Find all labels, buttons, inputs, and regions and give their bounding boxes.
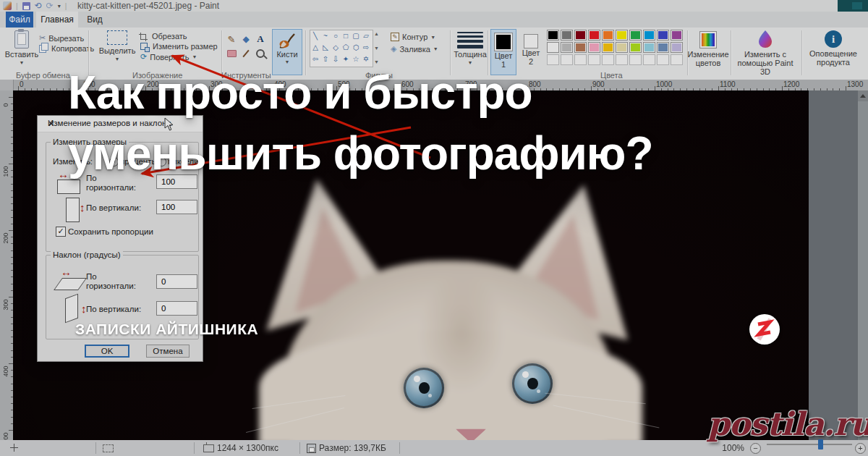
copy-icon — [39, 45, 46, 53]
divider — [801, 30, 803, 75]
brush-icon — [278, 32, 297, 49]
tab-home[interactable]: Главная — [36, 12, 78, 28]
palette-swatch[interactable] — [616, 42, 628, 53]
scrollbar-up-button[interactable] — [858, 90, 868, 101]
palette-swatch[interactable] — [602, 42, 614, 53]
palette-swatch[interactable] — [657, 42, 669, 53]
palette-swatch[interactable] — [574, 30, 587, 41]
product-alert-button[interactable]: i Оповещениепродукта — [807, 30, 859, 67]
save-icon[interactable] — [22, 2, 30, 10]
resize-icon — [140, 43, 148, 50]
palette-swatch[interactable] — [602, 30, 614, 41]
color-picker-tool-icon[interactable] — [242, 50, 249, 57]
ok-button[interactable]: OK — [85, 345, 129, 358]
canvas-size-icon — [203, 444, 214, 452]
palette-swatch[interactable] — [561, 42, 573, 53]
shape-icon[interactable]: ◺ — [323, 44, 328, 51]
zoom-out-button[interactable]: − — [750, 443, 761, 454]
vertical-input[interactable] — [156, 200, 197, 214]
palette-swatch[interactable] — [671, 30, 683, 41]
pencil-tool-icon[interactable]: ✎ — [228, 34, 236, 45]
palette-swatch[interactable] — [547, 30, 559, 41]
magnifier-tool-icon[interactable] — [256, 49, 265, 58]
zoom-slider-track[interactable] — [767, 444, 852, 445]
scissors-icon: ✂ — [39, 33, 46, 43]
palette-swatch[interactable] — [616, 30, 628, 41]
shape-icon[interactable]: ⇨ — [363, 44, 369, 51]
shape-icon[interactable]: ○ — [333, 33, 338, 40]
paste-button[interactable]: Вставить ▼ — [6, 30, 38, 65]
rotate-button[interactable]: ⟳ Повернуть ▼ — [140, 52, 197, 62]
eraser-tool-icon[interactable] — [227, 50, 237, 57]
shape-icon[interactable]: ~ — [323, 33, 328, 40]
ruler-corner — [0, 80, 14, 90]
paste-icon — [14, 30, 29, 48]
screenshot: | ⟲ ⟳ ▾ | kitty-cat-kitten-pet-45201.jpe… — [0, 0, 868, 456]
zoom-level-value: 100% — [712, 443, 744, 453]
fill-bucket-tool-icon[interactable]: ◆ — [242, 34, 249, 44]
zoom-in-button[interactable]: + — [855, 443, 866, 454]
chevron-down-icon: ▼ — [115, 56, 120, 62]
ruler-label: 100 — [2, 162, 9, 181]
scroll-up-icon[interactable]: ▲ — [374, 31, 379, 36]
chevron-down-icon: ▼ — [192, 54, 197, 59]
undo-icon[interactable]: ⟲ — [35, 1, 42, 10]
fill-icon: ◈ — [391, 44, 396, 54]
select-button[interactable]: Выделить ▼ — [98, 30, 136, 62]
thickness-button[interactable]: Толщина ▼ — [456, 32, 485, 65]
palette-swatch[interactable] — [643, 30, 655, 41]
paint3d-icon — [757, 30, 773, 48]
window-controls[interactable] — [838, 0, 868, 12]
status-bar: 1244 × 1300пкс Размер: 139,7КБ 100% − + — [0, 440, 868, 456]
vertical-scrollbar[interactable] — [858, 90, 868, 440]
shape-icon[interactable]: △ — [312, 44, 318, 51]
shape-icon[interactable]: ⬡ — [353, 44, 359, 51]
skew-vertical-icon — [65, 294, 78, 324]
shape-icon[interactable]: ▢ — [352, 33, 359, 40]
copy-button[interactable]: Копировать — [39, 44, 94, 53]
cursor-position-icon — [10, 444, 18, 452]
thickness-icon — [457, 32, 483, 48]
palette-swatch[interactable] — [657, 30, 669, 41]
tab-view[interactable]: Вид — [81, 12, 109, 28]
shape-icon[interactable]: ╲ — [313, 33, 318, 40]
crop-button[interactable]: Обрезать — [140, 32, 187, 41]
info-icon: i — [825, 30, 842, 48]
palette-swatch[interactable] — [671, 42, 683, 53]
overlay-title-line1: Как просто и быстро — [68, 62, 791, 123]
ruler-label: 300 — [2, 295, 9, 314]
customize-toolbar-icon[interactable]: ▾ — [58, 3, 61, 9]
file-size-value: Размер: 139,7КБ — [319, 443, 386, 453]
shape-icon[interactable]: □ — [344, 33, 348, 40]
shape-icon[interactable]: ▱ — [363, 33, 369, 40]
tab-file[interactable]: Файл — [6, 12, 33, 28]
skew-horizontal-input[interactable] — [156, 274, 197, 289]
fill-button[interactable]: ◈ Заливка ▼ — [391, 44, 438, 54]
keep-aspect-checkbox[interactable]: ✓ — [56, 227, 66, 237]
keep-aspect-label[interactable]: Сохранить пропорции — [68, 227, 153, 237]
chevron-down-icon: ▼ — [433, 46, 438, 51]
cut-button[interactable]: ✂ Вырезать — [39, 33, 84, 43]
title-bar: | ⟲ ⟳ ▾ | kitty-cat-kitten-pet-45201.jpe… — [0, 0, 868, 12]
shape-icon[interactable]: ⬠ — [343, 44, 349, 51]
skew-vertical-input[interactable] — [156, 301, 197, 316]
palette-swatch[interactable] — [629, 42, 642, 53]
scroll-down-icon[interactable]: ▼ — [374, 46, 379, 51]
palette-swatch[interactable] — [561, 30, 573, 41]
ruler-label: 1300 — [847, 80, 863, 88]
group-label-clipboard: Буфер обмена — [16, 71, 70, 80]
paint-app-icon — [3, 1, 12, 10]
text-tool-icon[interactable]: A — [257, 33, 263, 45]
palette-swatch[interactable] — [588, 30, 600, 41]
resize-button[interactable]: Изменить размер — [140, 42, 218, 51]
zen-logo — [749, 314, 780, 345]
palette-swatch[interactable] — [547, 42, 559, 53]
shape-icon[interactable]: ◇ — [333, 44, 339, 51]
palette-swatch[interactable] — [643, 42, 655, 53]
palette-swatch[interactable] — [629, 30, 642, 41]
cancel-button[interactable]: Отмена — [146, 345, 190, 358]
palette-swatch[interactable] — [574, 42, 587, 53]
redo-icon[interactable]: ⟳ — [46, 1, 54, 10]
outline-button[interactable]: ✎ Контур ▼ — [391, 33, 435, 41]
palette-swatch[interactable] — [588, 42, 600, 53]
